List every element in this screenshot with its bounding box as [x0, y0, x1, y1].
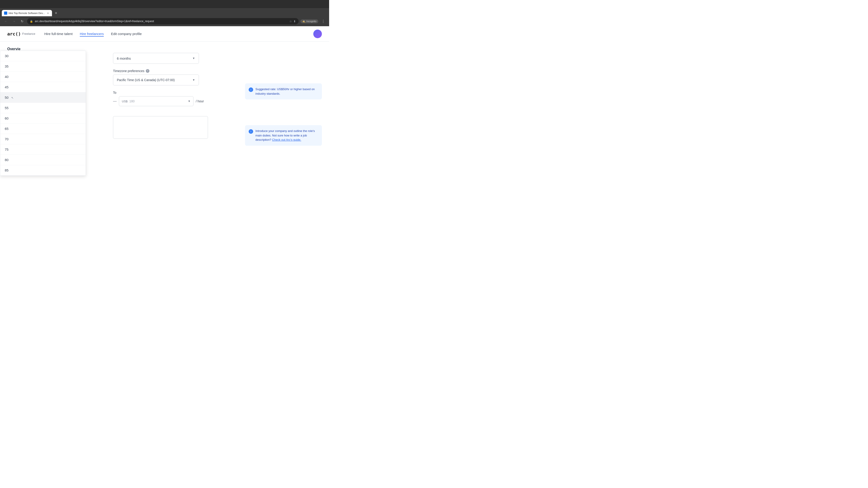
timezone-value: Pacific Time (US & Canada) (UTC-07:00) [117, 78, 175, 82]
forward-button[interactable]: → [11, 18, 17, 24]
dropdown-item-70[interactable]: 70 [0, 134, 86, 144]
rate-input-row: — US$ 180 ▼ / hour [113, 96, 208, 106]
main-content: Overvie 30 35 40 45 50 ↖ [0, 41, 329, 61]
timezone-info-icon[interactable]: ? [146, 69, 149, 73]
rate-chevron-icon: ▼ [188, 100, 191, 103]
currency-label: US$ [122, 100, 127, 103]
info-icon-desc: i [249, 129, 253, 134]
url-text: arc.dev/dashboard/requests/kdyp4k9q28/ov… [35, 20, 287, 23]
rate-left: US$ 180 [122, 99, 135, 103]
timezone-dropdown[interactable]: Pacific Time (US & Canada) (UTC-07:00) ▼ [113, 74, 199, 86]
download-icon[interactable]: ⬇ [293, 20, 296, 23]
tab-favicon [4, 11, 7, 15]
avatar-image [313, 30, 322, 38]
timezone-chevron-icon: ▼ [192, 78, 195, 82]
info-text-desc: Introduce your company and outline the r… [255, 129, 318, 142]
logo-badge: Freelance [22, 32, 35, 35]
tab-close-button[interactable]: ✕ [46, 11, 50, 15]
refresh-button[interactable]: ↻ [19, 18, 25, 24]
duration-chevron-icon: ▼ [192, 57, 195, 60]
nav-edit-company[interactable]: Edit company profile [111, 31, 142, 37]
timezone-label-text: Timezone preferences [113, 69, 145, 73]
browser-menu-button[interactable]: ⋮ [320, 18, 327, 24]
dropdown-item-85[interactable]: 85 [0, 165, 86, 175]
tab-title: Hire Top Remote Software Dev... [8, 12, 45, 14]
timezone-label-row: Timezone preferences ? [113, 69, 208, 73]
rate-select[interactable]: US$ 180 ▼ [119, 96, 193, 106]
arc-guide-link[interactable]: Check out Arc's guide. [272, 138, 301, 141]
logo-area: arc() Freelance [7, 31, 35, 37]
logo-text: arc() [7, 31, 21, 37]
user-avatar[interactable] [313, 30, 322, 38]
incognito-label: Incognito [306, 20, 316, 23]
to-label: To [113, 91, 208, 94]
incognito-badge: 🕵 Incognito [301, 20, 318, 23]
nav-links: Hire full-time talent Hire freelancers E… [44, 31, 313, 37]
dropdown-item-80[interactable]: 80 [0, 155, 86, 165]
back-button[interactable]: ← [3, 18, 9, 24]
dropdown-item-30[interactable]: 30 [0, 51, 86, 61]
per-hour-label: / hour [196, 99, 204, 103]
dash-separator: — [113, 99, 117, 103]
incognito-icon: 🕵 [302, 20, 305, 23]
description-textarea[interactable] [113, 116, 208, 139]
top-navigation: arc() Freelance Hire full-time talent Hi… [0, 26, 329, 41]
nav-hire-freelancers[interactable]: Hire freelancers [80, 31, 104, 37]
browser-title-bar [0, 0, 329, 8]
info-text-rate: Suggested rate: US$50/hr or higher based… [255, 87, 318, 96]
dropdown-item-60[interactable]: 60 [0, 113, 86, 124]
dropdown-list[interactable]: 30 35 40 45 50 ↖ 55 60 [0, 51, 86, 176]
address-icons: ☆ ⬇ [289, 20, 296, 23]
description-guide-info-box: i Introduce your company and outline the… [245, 125, 322, 146]
page-content: arc() Freelance Hire full-time talent Hi… [0, 26, 329, 184]
dropdown-item-65[interactable]: 65 [0, 124, 86, 134]
dropdown-item-75[interactable]: 75 [0, 144, 86, 155]
address-bar[interactable]: 🔒 arc.dev/dashboard/requests/kdyp4k9q28/… [27, 18, 299, 24]
dropdown-overlay: 30 35 40 45 50 ↖ 55 60 [0, 51, 86, 176]
right-panel: 6 months ▼ Timezone preferences ? Pacifi… [113, 53, 208, 106]
info-icon-rate: i [249, 88, 253, 92]
rate-placeholder: 180 [129, 99, 134, 103]
duration-dropdown[interactable]: 6 months ▼ [113, 53, 199, 64]
dropdown-item-35[interactable]: 35 [0, 61, 86, 72]
dropdown-item-45[interactable]: 45 [0, 82, 86, 92]
address-bar-row: ← → ↻ 🔒 arc.dev/dashboard/requests/kdyp4… [0, 16, 329, 26]
lock-icon: 🔒 [30, 20, 33, 23]
tab-bar: Hire Top Remote Software Dev... ✕ + [0, 8, 329, 16]
dropdown-item-50[interactable]: 50 ↖ [0, 92, 86, 103]
duration-value: 6 months [117, 57, 131, 60]
dropdown-item-40[interactable]: 40 [0, 72, 86, 82]
dropdown-item-55[interactable]: 55 [0, 103, 86, 113]
new-tab-button[interactable]: + [53, 10, 59, 16]
bookmark-icon[interactable]: ☆ [289, 20, 292, 23]
active-tab[interactable]: Hire Top Remote Software Dev... ✕ [2, 10, 52, 16]
nav-hire-fulltime[interactable]: Hire full-time talent [44, 31, 72, 37]
rate-section: To — US$ 180 ▼ / hour [113, 91, 208, 106]
suggested-rate-info-box: i Suggested rate: US$50/hr or higher bas… [245, 84, 322, 99]
